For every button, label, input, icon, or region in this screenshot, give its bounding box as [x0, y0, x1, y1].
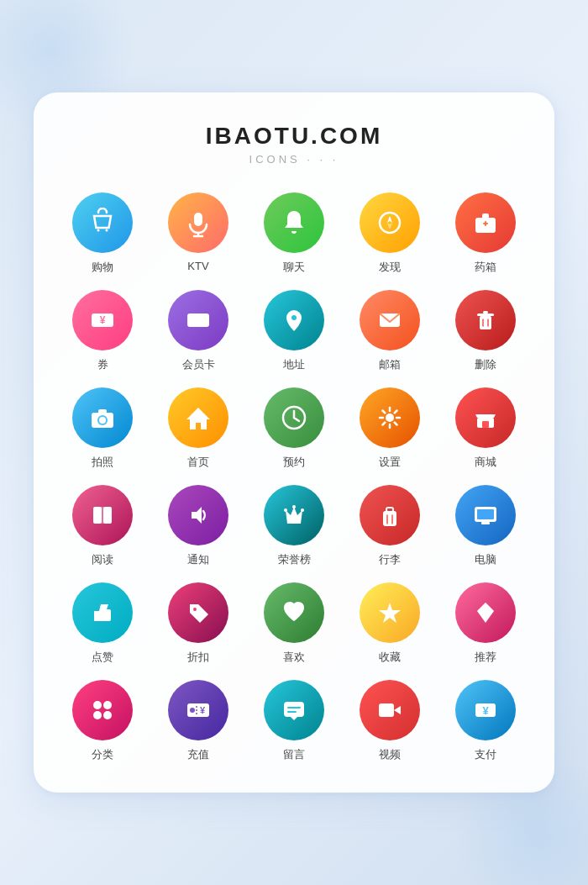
icon-label-discount: 折扣 — [187, 650, 209, 665]
icon-circle-collect — [360, 582, 420, 643]
icon-item-love[interactable]: 喜欢 — [250, 582, 338, 665]
svg-rect-27 — [98, 409, 107, 414]
icon-item-shopping[interactable]: 购物 — [59, 192, 146, 275]
icon-item-home[interactable]: 首页 — [155, 387, 242, 470]
icon-item-luggage[interactable]: 行李 — [346, 485, 433, 567]
svg-marker-49 — [379, 603, 401, 623]
icon-circle-settings — [360, 387, 420, 448]
svg-point-54 — [93, 711, 102, 719]
icon-item-rank[interactable]: 荣誉榜 — [250, 485, 338, 567]
svg-rect-42 — [386, 508, 393, 512]
icon-circle-discover — [360, 192, 420, 253]
svg-rect-21 — [483, 311, 488, 313]
svg-point-57 — [190, 708, 195, 713]
icon-item-coupon[interactable]: ¥券 — [59, 290, 146, 372]
icon-label-notify: 通知 — [187, 552, 209, 567]
icon-item-comment[interactable]: 留言 — [250, 680, 338, 762]
icon-item-ktv[interactable]: KTV — [155, 192, 242, 275]
icon-item-computer[interactable]: 电脑 — [442, 485, 529, 567]
site-subtitle: ICONS · · · — [59, 153, 529, 166]
icon-item-address[interactable]: 地址 — [250, 290, 338, 372]
icon-item-discount[interactable]: 折扣 — [155, 582, 242, 665]
icon-item-category[interactable]: 分类 — [59, 680, 146, 762]
svg-point-30 — [386, 414, 394, 422]
svg-marker-64 — [394, 706, 401, 714]
icon-item-delete[interactable]: 删除 — [442, 290, 529, 372]
icon-label-collect: 收藏 — [379, 650, 401, 665]
svg-marker-6 — [387, 216, 392, 223]
icon-circle-computer — [455, 485, 516, 545]
svg-point-52 — [93, 701, 102, 709]
svg-rect-19 — [480, 316, 491, 329]
svg-rect-47 — [481, 522, 490, 524]
svg-rect-35 — [101, 507, 104, 524]
icon-item-video[interactable]: 视频 — [346, 680, 433, 762]
icon-item-notify[interactable]: 通知 — [155, 485, 242, 567]
svg-point-53 — [103, 701, 112, 709]
icon-label-love: 喜欢 — [283, 650, 305, 665]
svg-rect-9 — [482, 213, 489, 219]
svg-point-17 — [291, 315, 297, 320]
icon-item-mail[interactable]: 邮箱 — [346, 290, 433, 372]
svg-text:¥: ¥ — [100, 314, 106, 326]
icon-label-discover: 发现 — [379, 260, 401, 275]
icon-circle-video — [360, 680, 420, 740]
icon-item-chat[interactable]: 聊天 — [250, 192, 338, 275]
icon-circle-like — [72, 582, 133, 643]
icon-label-address: 地址 — [283, 357, 305, 372]
icon-circle-mall — [455, 387, 516, 448]
svg-rect-60 — [284, 702, 304, 717]
icon-item-like[interactable]: 点赞 — [59, 582, 146, 665]
svg-rect-34 — [103, 507, 112, 524]
icon-label-ktv: KTV — [187, 260, 208, 272]
icon-item-discover[interactable]: 发现 — [346, 192, 433, 275]
icon-item-mall[interactable]: 商城 — [442, 387, 529, 470]
icon-item-recharge[interactable]: ¥充值 — [155, 680, 242, 762]
icon-circle-luggage — [360, 485, 420, 545]
site-title: IBAOTU.COM — [59, 123, 529, 150]
icon-circle-home — [168, 387, 228, 448]
icon-item-recommend[interactable]: 推荐 — [442, 582, 529, 665]
icon-circle-love — [264, 582, 324, 643]
icon-label-booking: 预约 — [283, 455, 305, 470]
svg-point-38 — [292, 505, 296, 508]
svg-point-1 — [106, 229, 108, 232]
svg-rect-33 — [93, 507, 102, 524]
icon-item-booking[interactable]: 预约 — [250, 387, 338, 470]
card-header: IBAOTU.COM ICONS · · · — [59, 123, 529, 166]
icon-circle-chat — [264, 192, 324, 253]
svg-rect-41 — [383, 511, 396, 526]
icon-circle-pay: ¥ — [455, 680, 516, 740]
icon-label-read: 阅读 — [92, 552, 113, 567]
icon-label-settings: 设置 — [379, 455, 401, 470]
svg-rect-63 — [379, 703, 394, 717]
icon-circle-booking — [264, 387, 324, 448]
svg-rect-16 — [190, 323, 197, 324]
svg-marker-37 — [286, 507, 302, 524]
svg-rect-20 — [477, 313, 494, 316]
icon-circle-recommend — [455, 582, 516, 643]
icon-circle-ktv — [168, 192, 228, 253]
icon-label-category: 分类 — [92, 747, 113, 762]
icon-label-delete: 删除 — [475, 357, 496, 372]
main-card: IBAOTU.COM ICONS · · · 购物KTV聊天发现药箱¥券会员卡地… — [34, 92, 554, 793]
icon-circle-address — [264, 290, 324, 350]
icon-item-pay[interactable]: ¥支付 — [442, 680, 529, 762]
icon-circle-coupon: ¥ — [72, 290, 133, 350]
icon-circle-mail — [360, 290, 420, 350]
icon-circle-shopping — [72, 192, 133, 253]
icon-item-collect[interactable]: 收藏 — [346, 582, 433, 665]
icon-label-home: 首页 — [187, 455, 209, 470]
svg-rect-15 — [187, 317, 209, 320]
svg-point-39 — [301, 508, 304, 512]
icon-item-read[interactable]: 阅读 — [59, 485, 146, 567]
icon-item-medkit[interactable]: 药箱 — [442, 192, 529, 275]
icon-label-coupon: 券 — [97, 357, 108, 372]
icon-item-settings[interactable]: 设置 — [346, 387, 433, 470]
icon-item-vipcard[interactable]: 会员卡 — [155, 290, 242, 372]
svg-marker-51 — [477, 603, 494, 611]
svg-marker-28 — [186, 408, 210, 429]
icon-item-camera[interactable]: 拍照 — [59, 387, 146, 470]
svg-point-26 — [99, 417, 106, 424]
icon-label-medkit: 药箱 — [475, 260, 496, 275]
